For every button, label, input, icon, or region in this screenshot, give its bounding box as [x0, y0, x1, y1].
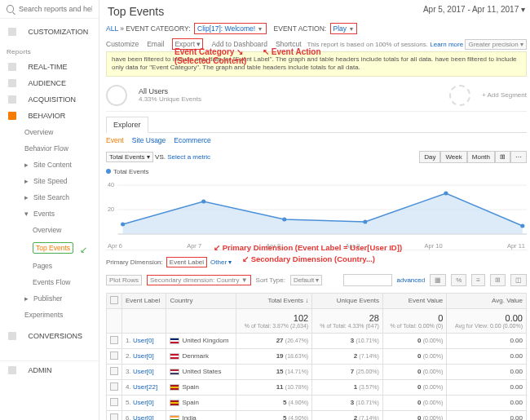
chart-legend: Total Events	[106, 166, 527, 177]
svg-point-9	[444, 191, 448, 195]
table-row[interactable]: 4. User[22]Spain11 (10.78%)1 (3.57%)0 (0…	[107, 379, 527, 395]
plot-rows-btn[interactable]: Plot Rows	[106, 275, 142, 285]
tool-email[interactable]: Email	[147, 40, 164, 48]
view-week[interactable]: Week	[440, 151, 466, 163]
add-segment[interactable]: + Add Segment	[482, 91, 527, 99]
svg-point-5	[121, 222, 125, 226]
table-search[interactable]	[343, 274, 392, 286]
table-row[interactable]: 2. User[0]Denmark19 (18.63%)2 (7.14%)0 (…	[107, 348, 527, 364]
metric-primary[interactable]: Total Events ▾	[106, 152, 153, 162]
nav-site-speed[interactable]: ▸ Site Speed	[0, 173, 99, 189]
nav-experiments[interactable]: Experiments	[0, 307, 99, 323]
view-compare-icon[interactable]: ⊞	[490, 274, 506, 286]
event-label-link[interactable]: User[22]	[133, 383, 157, 391]
event-label-link[interactable]: User[0]	[133, 368, 154, 375]
nav-behavior-flow[interactable]: Behavior Flow	[0, 140, 99, 157]
row-checkbox[interactable]	[110, 382, 118, 391]
segment-bar: All Users4.33% Unique Events + Add Segme…	[106, 80, 527, 112]
add-segment-circle[interactable]	[449, 85, 470, 106]
tool-customize[interactable]: Customize	[106, 40, 139, 48]
line-chart: 40 20 Apr 6Apr 7Apr 8 Apr 9Apr 10Apr 11	[106, 177, 527, 250]
table-row[interactable]: 6. User[0]India5 (4.90%)2 (7.14%)0 (0.00…	[107, 410, 527, 420]
view-perf-icon[interactable]: ≡	[471, 274, 485, 286]
svg-point-10	[520, 223, 524, 228]
person-icon	[8, 79, 16, 87]
anno-primary-dim: ↙ Primary Dimension (Event Label = User[…	[214, 243, 402, 252]
svg-text:40: 40	[108, 182, 114, 188]
bc-event-action[interactable]: Play ▼	[330, 23, 358, 34]
learn-more-link[interactable]: Learn more	[430, 41, 463, 48]
subtab-event[interactable]: Event	[106, 136, 124, 144]
view-table-icon[interactable]: ▦	[430, 274, 446, 286]
view-pivot-icon[interactable]: ◫	[510, 274, 527, 286]
secondary-dimension[interactable]: Secondary dimension: Country ▼	[147, 275, 251, 285]
row-checkbox[interactable]	[110, 351, 118, 360]
event-label-link[interactable]: User[0]	[133, 337, 154, 344]
view-month[interactable]: Month	[467, 151, 495, 163]
nav-behavior[interactable]: BEHAVIOR	[0, 108, 99, 124]
checkbox-all[interactable]	[110, 296, 118, 304]
dashboard-icon	[8, 28, 16, 36]
tab-explorer[interactable]: Explorer	[106, 117, 148, 133]
row-checkbox[interactable]	[110, 336, 118, 344]
svg-point-6	[201, 199, 205, 203]
event-label-link[interactable]: User[0]	[133, 352, 154, 360]
row-checkbox[interactable]	[110, 398, 118, 406]
segment-name[interactable]: All Users	[139, 87, 201, 95]
pd-other[interactable]: Other ▾	[210, 259, 232, 266]
view-chart-icon[interactable]: ⊞	[495, 151, 510, 163]
nav-behavior-overview[interactable]: Overview	[0, 124, 99, 140]
nav-site-content[interactable]: ▸ Site Content	[0, 157, 99, 173]
anno-event-action: ↖ Event Action	[263, 47, 321, 56]
view-pct-icon[interactable]: %	[451, 274, 466, 286]
metric-secondary[interactable]: Select a metric	[167, 153, 210, 161]
view-day[interactable]: Day	[419, 151, 440, 163]
nav-events-pages[interactable]: Pages	[0, 258, 99, 274]
nav-reports-heading: Reports	[0, 45, 99, 59]
row-checkbox[interactable]	[110, 367, 118, 375]
svg-point-8	[363, 219, 367, 223]
event-label-link[interactable]: User[0]	[133, 399, 154, 406]
date-range[interactable]: Apr 5, 2017 - Apr 11, 2017 ▾	[423, 5, 525, 14]
country-flag-icon	[170, 353, 179, 360]
gear-icon	[8, 366, 16, 374]
subtab-ecommerce[interactable]: Ecommerce	[174, 136, 210, 144]
table-row[interactable]: 3. User[0]United States15 (14.71%)7 (25.…	[107, 364, 527, 379]
nav-events-overview[interactable]: Overview	[0, 222, 99, 238]
nav-acquisition[interactable]: ACQUISITION	[0, 91, 99, 108]
flag-icon	[8, 332, 16, 340]
breadcrumb: ALL » EVENT CATEGORY: Clip[17]: Welcome!…	[106, 23, 527, 36]
nav-events-flow[interactable]: Events Flow	[0, 274, 99, 290]
pd-event-label[interactable]: Event Label	[166, 257, 207, 267]
nav-publisher[interactable]: ▸ Publisher	[0, 290, 99, 307]
precision-select[interactable]: Greater precision ▾	[465, 39, 527, 50]
segment-circle	[106, 85, 127, 106]
anno-event-category: Event Category ↘(Selected Content)	[174, 47, 246, 65]
nav-conversions[interactable]: CONVERSIONS	[0, 328, 99, 344]
nav-customization[interactable]: CUSTOMIZATION	[0, 24, 99, 40]
nav-audience[interactable]: AUDIENCE	[0, 75, 99, 91]
svg-text:20: 20	[108, 206, 114, 213]
event-label-link[interactable]: User[0]	[133, 414, 154, 420]
advanced-link[interactable]: advanced	[397, 276, 426, 284]
view-more-icon[interactable]: ⋯	[510, 151, 527, 163]
table-row[interactable]: 5. User[0]Spain5 (4.90%)3 (10.71%)0 (0.0…	[107, 395, 527, 410]
country-flag-icon	[170, 369, 179, 375]
nav-site-search[interactable]: ▸ Site Search	[0, 189, 99, 206]
subtab-site-usage[interactable]: Site Usage	[132, 136, 166, 144]
nav-events[interactable]: ▾ Events	[0, 206, 99, 222]
table-header: Event LabelCountry Total Events ↓Unique …	[107, 293, 527, 308]
bc-all[interactable]: ALL	[106, 24, 118, 33]
bc-event-category[interactable]: Clip[17]: Welcome! ▼	[194, 23, 267, 34]
explorer-tabs: Explorer	[106, 117, 527, 133]
sort-type[interactable]: Default ▾	[290, 275, 323, 285]
row-checkbox[interactable]	[110, 413, 118, 420]
page-title: Top Events	[108, 5, 164, 18]
search-bar[interactable]	[0, 0, 99, 19]
nav-top-events[interactable]: Top Events↙	[0, 238, 99, 258]
table-row[interactable]: 1. User[0]United Kingdom27 (26.47%)3 (10…	[107, 333, 527, 348]
nav-admin[interactable]: ADMIN	[0, 360, 99, 378]
nav-realtime[interactable]: REAL-TIME	[0, 59, 99, 75]
anno-secondary-dim: ↙ Secondary Dimension (Country...)	[242, 254, 375, 263]
search-input[interactable]	[19, 5, 92, 13]
